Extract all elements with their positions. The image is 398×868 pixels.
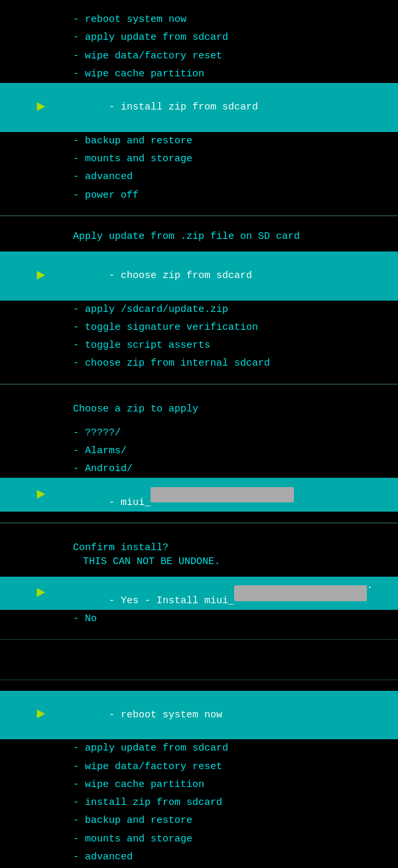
section-apply-zip: Apply update from .zip file on SD card ►… — [0, 216, 398, 384]
menu-item-power-off[interactable]: - power off — [0, 186, 398, 204]
confirm-title: Confirm install? — [0, 530, 398, 556]
menu5-item-apply-update[interactable]: - apply update from sdcard — [0, 739, 398, 757]
menu-item-alarms[interactable]: - Alarms/ — [0, 442, 398, 460]
menu-item-yes[interactable]: ► - Yes - Install miui_ . — [0, 577, 398, 611]
menu5-item-backup[interactable]: - backup and restore — [0, 812, 398, 830]
menu-item-qqqqq[interactable]: - ?????/ — [0, 424, 398, 442]
section-confirm: Confirm install? THIS CAN NOT BE UNDONE.… — [0, 524, 398, 640]
arrow-icon-4: ► — [36, 582, 45, 605]
section-menu1: - reboot system now - apply update from … — [0, 0, 398, 216]
menu-item-reboot[interactable]: - reboot system now — [0, 11, 398, 29]
menu-item-choose-internal[interactable]: - choose zip from internal sdcard — [0, 354, 398, 372]
menu-item-choose-zip[interactable]: ► - choose zip from sdcard — [0, 252, 398, 301]
menu-item-miui[interactable]: ► - miui_ — [0, 478, 398, 512]
miui-blurred — [151, 487, 294, 502]
menu-area-2: ► - choose zip from sdcard - apply /sdca… — [0, 248, 398, 377]
menu-item-apply-sdcard-zip[interactable]: - apply /sdcard/update.zip — [0, 301, 398, 319]
arrow-icon-3: ► — [36, 483, 45, 506]
menu-item-install-zip[interactable]: ► - install zip from sdcard — [0, 83, 398, 132]
menu5-item-advanced[interactable]: - advanced — [0, 848, 398, 866]
yes-blurred — [234, 585, 367, 601]
spacer-1 — [0, 640, 398, 680]
choose-zip-title: Choose a zip to apply — [0, 392, 398, 420]
arrow-icon-5: ► — [36, 703, 45, 726]
section-choose-zip: Choose a zip to apply - ?????/ - Alarms/… — [0, 385, 398, 523]
menu-area-5: ► - reboot system now - apply update fro… — [0, 687, 398, 869]
menu-area-3: - ?????/ - Alarms/ - Android/ ► - miui_ — [0, 420, 398, 516]
menu5-item-install-zip[interactable]: - install zip from sdcard — [0, 794, 398, 812]
menu-item-no[interactable]: - No — [0, 610, 398, 628]
menu-item-advanced[interactable]: - advanced — [0, 168, 398, 186]
menu-item-toggle-script[interactable]: - toggle script asserts — [0, 336, 398, 354]
menu-item-toggle-sig[interactable]: - toggle signature verification — [0, 319, 398, 336]
menu5-item-wipe-data[interactable]: - wipe data/factory reset — [0, 758, 398, 776]
apply-zip-title: Apply update from .zip file on SD card — [0, 223, 398, 248]
menu-area-1: - reboot system now - apply update from … — [0, 7, 398, 208]
menu5-item-wipe-cache[interactable]: - wipe cache partition — [0, 776, 398, 794]
menu-area-confirm: ► - Yes - Install miui_ . - No — [0, 573, 398, 632]
confirm-subtitle: THIS CAN NOT BE UNDONE. — [0, 556, 398, 573]
menu-item-wipe-data[interactable]: - wipe data/factory reset — [0, 47, 398, 65]
menu-item-wipe-cache[interactable]: - wipe cache partition — [0, 65, 398, 83]
menu-item-apply-update[interactable]: - apply update from sdcard — [0, 29, 398, 46]
section-menu5: ► - reboot system now - apply update fro… — [0, 680, 398, 869]
menu5-item-mounts[interactable]: - mounts and storage — [0, 830, 398, 848]
arrow-icon: ► — [36, 96, 45, 119]
menu-item-android[interactable]: - Android/ — [0, 460, 398, 478]
menu5-item-reboot[interactable]: ► - reboot system now — [0, 691, 398, 740]
menu-item-mounts[interactable]: - mounts and storage — [0, 150, 398, 168]
menu-item-backup[interactable]: - backup and restore — [0, 132, 398, 150]
arrow-icon-2: ► — [36, 265, 45, 287]
